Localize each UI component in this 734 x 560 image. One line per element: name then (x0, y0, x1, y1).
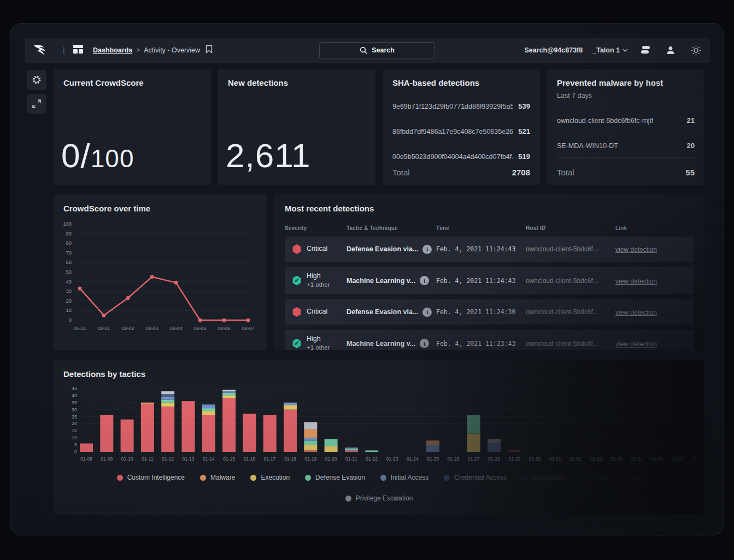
card-title: Prevented malware by host (557, 78, 695, 87)
sha-row[interactable]: 9e69b71f123d29fb0771dd86f93929f5a5... 53… (392, 94, 530, 119)
crowdstrike-logo[interactable] (33, 44, 51, 57)
svg-text:30: 30 (72, 407, 77, 412)
info-icon[interactable]: i (420, 339, 429, 348)
card-subtitle: Last 7 days (557, 92, 695, 99)
tenant-selector[interactable]: _Talon 1 (592, 46, 628, 54)
col-host: Host ID (526, 225, 615, 231)
svg-text:01-24: 01-24 (407, 456, 419, 462)
legend-item[interactable]: Credential Access (444, 474, 507, 481)
svg-text:01-11: 01-11 (142, 456, 153, 462)
prevented-row[interactable]: SE-MDA-WIN10-DT 20 (557, 133, 695, 158)
legend-item[interactable]: Malware (200, 474, 235, 481)
legend-label: Malware (210, 474, 235, 481)
info-icon[interactable]: i (422, 308, 432, 317)
svg-text:01-30: 01-30 (529, 456, 541, 462)
host-id: owncloud-client-5bdc6f... (526, 277, 615, 285)
chart-title: CrowdScore over time (63, 204, 257, 213)
svg-text:02-06: 02-06 (672, 456, 684, 462)
card-current-crowdscore: Current CrowdScore 0/100 (54, 69, 211, 185)
prevented-row[interactable]: owncloud-client-5bdc6fb6fc-rnjtf 21 (557, 108, 695, 133)
card-new-detections: New detections 2,611 (218, 69, 375, 185)
settings-button[interactable] (27, 70, 46, 90)
legend-dot (305, 475, 311, 481)
card-most-recent-detections: Most recent detections Severity Tactic &… (274, 194, 704, 350)
severity-label: Critical (307, 308, 327, 316)
app-switcher-dots-icon[interactable]: ⋮ (60, 48, 68, 53)
severity-extra: +1 other (307, 344, 330, 351)
svg-text:02-03: 02-03 (610, 456, 623, 462)
sha-hash: 86fbdd7df9486a17e9c408c7e50635e26... (392, 128, 513, 135)
svg-text:01-08: 01-08 (80, 456, 92, 462)
brightness-icon[interactable] (688, 43, 703, 58)
search-icon (360, 46, 367, 54)
detection-row[interactable]: Critical Defense Evasion via...i Feb. 4,… (285, 299, 694, 325)
total-label: Total (392, 168, 410, 177)
view-detection-link[interactable]: view detection (615, 246, 657, 254)
detection-row[interactable]: High +1 other Machine Learning v...i Feb… (285, 330, 694, 350)
svg-text:01-29: 01-29 (508, 456, 520, 462)
svg-text:02-07: 02-07 (692, 456, 700, 462)
severity-label: Critical (307, 245, 327, 254)
user-profile-icon[interactable] (663, 43, 678, 58)
sha-count: 539 (518, 102, 530, 110)
view-detection-link[interactable]: view detection (615, 340, 657, 348)
time-value: Feb. 4, 2021 11:24:43 (436, 245, 526, 253)
legend-item[interactable]: Lateral Movement (578, 474, 641, 481)
svg-text:40: 40 (66, 279, 72, 285)
dashboard-grid-icon[interactable] (73, 45, 83, 56)
card-sha-detections: SHA-based detections 9e69b71f123d29fb077… (383, 69, 540, 185)
gear-icon (31, 74, 42, 85)
prevented-total-row: Total 55 (557, 157, 695, 177)
svg-text:01-26: 01-26 (448, 456, 460, 462)
global-search[interactable]: Search (319, 42, 435, 58)
time-value: Feb. 4, 2021 11:24:43 (436, 277, 526, 285)
svg-text:01-31: 01-31 (549, 456, 561, 462)
svg-text:02-01: 02-01 (97, 326, 110, 331)
legend-item[interactable]: Execution (250, 474, 290, 481)
svg-text:45: 45 (72, 386, 77, 391)
severity-label: High (307, 272, 321, 280)
svg-text:40: 40 (72, 393, 77, 398)
total-value: 2708 (512, 168, 530, 177)
svg-text:02-05: 02-05 (193, 326, 206, 331)
top-bar: ⋮ Dashboards > Activity - Overview Searc… (25, 38, 710, 63)
svg-text:01-09: 01-09 (101, 456, 113, 462)
data-layers-icon[interactable] (638, 43, 653, 58)
tactics-bar-chart: 05101520253035404501-0801-0901-1001-1101… (60, 381, 700, 467)
legend-item[interactable]: Custom Intelligence (117, 474, 185, 481)
svg-text:02-04: 02-04 (631, 456, 643, 462)
detection-row[interactable]: High +1 other Machine Learning v...i Feb… (285, 267, 694, 294)
host-id: owncloud-client-5bdc6f... (526, 245, 615, 253)
legend-dot (578, 475, 584, 481)
view-detection-link[interactable]: view detection (615, 278, 657, 285)
detection-row[interactable]: Critical Defense Evasion via...i Feb. 4,… (285, 237, 694, 262)
severity-critical-icon (292, 244, 301, 254)
view-detection-link[interactable]: view detection (615, 309, 657, 316)
host-name: SE-MDA-WIN10-DT (557, 142, 618, 150)
breadcrumb-current: Activity - Overview (144, 46, 200, 54)
host-name: owncloud-client-5bdc6fb6fc-rnjtf (557, 117, 653, 125)
bookmark-icon[interactable] (205, 45, 213, 56)
svg-text:01-16: 01-16 (244, 456, 256, 462)
breadcrumb-dashboards-link[interactable]: Dashboards (93, 46, 132, 54)
legend-label: Privilege Escalation (356, 494, 413, 502)
legend-item[interactable]: Privilege Escalation (345, 494, 413, 502)
chart-title: Detections by tactics (63, 369, 695, 379)
svg-text:15: 15 (72, 428, 77, 433)
fullscreen-button[interactable] (27, 94, 46, 114)
col-time: Time (436, 225, 526, 231)
new-detections-value: 2,611 (226, 136, 311, 175)
sha-row[interactable]: 86fbdd7df9486a17e9c408c7e50635e26... 521 (392, 119, 530, 144)
info-icon[interactable]: i (422, 245, 432, 254)
legend-item[interactable]: Defense Evasion (305, 474, 365, 481)
card-title: Current CrowdScore (63, 78, 201, 87)
severity-high-icon (292, 339, 301, 349)
tactics-legend: Custom Intelligence Malware Execution De… (54, 474, 704, 481)
info-icon[interactable]: i (420, 276, 429, 285)
svg-text:02-04: 02-04 (169, 326, 182, 331)
legend-item[interactable]: Exfiltration (522, 474, 563, 481)
legend-label: Initial Access (391, 474, 428, 481)
legend-item[interactable]: Initial Access (380, 474, 428, 481)
host-count: 21 (687, 116, 695, 125)
svg-text:01-28: 01-28 (488, 456, 500, 462)
